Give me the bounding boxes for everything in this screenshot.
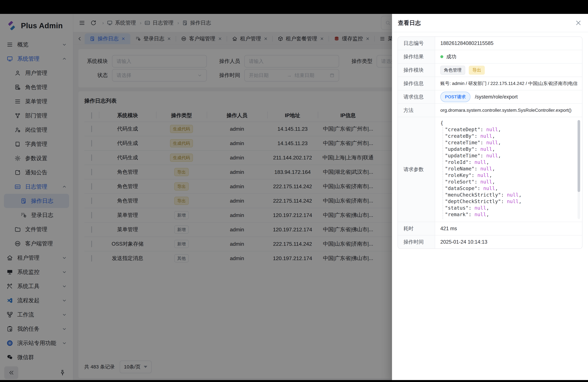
view-log-drawer: 查看日志 日志编号 1882612840802115585 操作结果 成功 操作… xyxy=(392,14,588,382)
close-drawer-button[interactable] xyxy=(575,19,582,27)
code-line: "roleSort": null, xyxy=(440,179,578,185)
post-method-badge: POST请求 xyxy=(440,92,470,102)
code-line: "roleName": null, xyxy=(440,166,578,172)
code-line: "roleKey": null, xyxy=(440,172,578,179)
drawer-title: 查看日志 xyxy=(398,19,421,27)
operation-time-value: 2025-01-24 10:14:13 xyxy=(435,235,582,249)
indent-guide xyxy=(443,127,443,219)
duration-value: 421 ms xyxy=(435,222,582,235)
code-line: "updateTime": null, xyxy=(440,152,578,159)
code-line: "dataScope": null, xyxy=(440,185,578,192)
request-params-code: { "createDept": null, "createBy": null, … xyxy=(435,120,578,219)
method-value: org.dromara.system.controller.system.Sys… xyxy=(435,104,582,117)
code-line: "roleId": null, xyxy=(440,159,578,166)
code-line: "menuCheckStrictly": null, xyxy=(440,192,578,198)
detail-row: 操作时间 2025-01-24 10:14:13 xyxy=(398,235,582,249)
app-window: Plus Admin 概览 系统管理 用户管理 xyxy=(0,14,588,382)
detail-row: 方法 org.dromara.system.controller.system.… xyxy=(398,104,582,117)
operation-info-value: 账号: admin / 研发部门 / 222.175.114.242 / 中国|… xyxy=(435,77,582,90)
detail-row: 操作结果 成功 xyxy=(398,50,582,63)
log-id-value: 1882612840802115585 xyxy=(435,37,582,50)
detail-row: 操作信息 账号: admin / 研发部门 / 222.175.114.242 … xyxy=(398,77,582,90)
code-line: "createDept": null, xyxy=(440,126,578,133)
module-chip: 角色管理 xyxy=(440,66,465,75)
request-url: /system/role/export xyxy=(475,94,518,100)
code-line: "remark": null, xyxy=(440,211,578,218)
code-line: "updateBy": null, xyxy=(440,146,578,152)
code-line: { xyxy=(440,120,578,126)
drawer-body: 日志编号 1882612840802115585 操作结果 成功 操作模块 角色… xyxy=(392,32,588,382)
modal-overlay[interactable] xyxy=(0,14,392,382)
log-detail-table: 日志编号 1882612840802115585 操作结果 成功 操作模块 角色… xyxy=(398,36,583,249)
code-line: "status": null, xyxy=(440,205,578,211)
result-value: 成功 xyxy=(446,53,456,60)
success-dot xyxy=(440,55,443,58)
screen-bottom-edge xyxy=(0,380,588,382)
code-line: "deptCheckStrictly": null, xyxy=(440,198,578,205)
code-line: "createBy": null, xyxy=(440,133,578,139)
detail-row: 操作模块 角色管理 导出 xyxy=(398,63,582,77)
detail-row: 日志编号 1882612840802115585 xyxy=(398,37,582,50)
detail-row: 请求信息 POST请求 /system/role/export xyxy=(398,90,582,104)
scrollbar-thumb[interactable] xyxy=(578,120,580,192)
detail-row: 请求参数 { "createDept": null, "createBy": n… xyxy=(398,117,582,222)
action-chip: 导出 xyxy=(469,66,485,75)
drawer-header: 查看日志 xyxy=(392,14,588,32)
code-line: "createTime": null, xyxy=(440,139,578,146)
detail-row: 耗时 421 ms xyxy=(398,222,582,235)
